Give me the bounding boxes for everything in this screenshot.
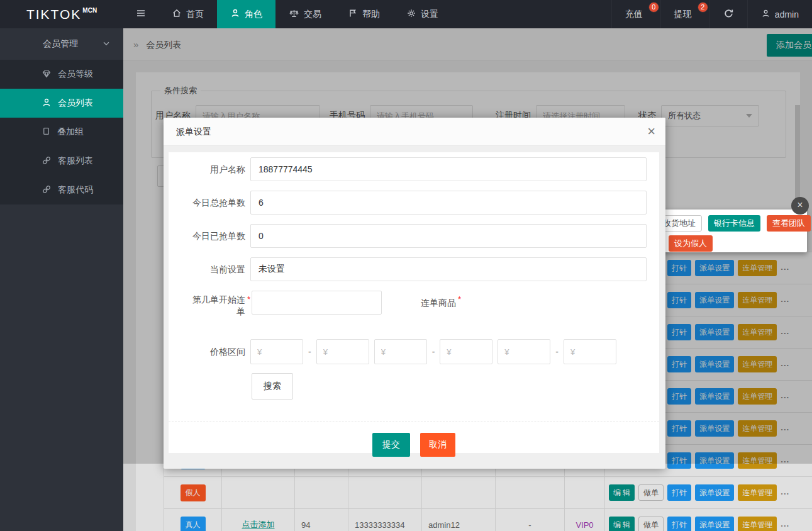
close-icon: ×	[647, 123, 655, 139]
username-label: admin	[775, 9, 799, 20]
chevron-down-icon	[102, 39, 111, 50]
top-navbar: TIKTOK MCN 首页 角色 交易 帮助 设置 充值 0 提现 2	[0, 0, 812, 28]
recharge-button[interactable]: 充值 0	[611, 0, 660, 28]
logo-suffix: MCN	[82, 7, 97, 14]
user-menu[interactable]: admin	[747, 0, 812, 28]
footer-divider	[169, 422, 659, 422]
modal-body: 用户名称 今日总抢单数 今日已抢单数 当前设置 第几单开始连单 * 连单商品 *…	[169, 152, 659, 453]
sidebar: 会员管理 会员等级 会员列表 叠加组 客服列表 客服代码	[0, 28, 123, 531]
chain-start-field-label: 第几单开始连单	[169, 291, 245, 318]
nav-help-label: 帮助	[362, 9, 380, 20]
nav-help[interactable]: 帮助	[335, 0, 393, 28]
bank-card-info-button[interactable]: 银行卡信息	[708, 215, 760, 232]
diamond-icon	[42, 69, 52, 81]
required-asterisk: *	[458, 294, 461, 304]
nav-trade[interactable]: 交易	[275, 0, 335, 28]
taken-orders-field-label: 今日已抢单数	[169, 224, 245, 248]
modal-header: 派单设置 ×	[164, 118, 665, 146]
logo-text: TIKTOK	[26, 7, 81, 22]
link-icon	[42, 184, 52, 196]
price-max-input-1[interactable]	[316, 339, 369, 364]
price-min-input-3[interactable]	[498, 339, 550, 364]
row-actions-popover: 收货地址 银行卡信息 查看团队 设为假人	[652, 210, 807, 252]
withdraw-badge: 2	[698, 2, 708, 13]
sidebar-item-label: 客服列表	[58, 155, 93, 167]
hamburger-icon	[136, 8, 146, 20]
home-icon	[172, 8, 182, 20]
withdraw-label: 提现	[674, 9, 692, 20]
recharge-label: 充值	[625, 9, 643, 20]
sidebar-collapse-button[interactable]	[123, 0, 159, 28]
sidebar-item-overlay-group[interactable]: 叠加组	[0, 118, 123, 147]
price-min-input-2[interactable]	[374, 339, 427, 364]
price-max-input-3[interactable]	[564, 339, 616, 364]
withdraw-button[interactable]: 提现 2	[660, 0, 709, 28]
sidebar-item-label: 客服代码	[58, 184, 93, 196]
price-max-input-2[interactable]	[440, 339, 492, 364]
view-team-button[interactable]: 查看团队	[767, 215, 811, 232]
sidebar-item-label: 会员等级	[58, 69, 93, 80]
cancel-button[interactable]: 取消	[420, 433, 455, 457]
sidebar-item-cs-list[interactable]: 客服列表	[0, 147, 123, 176]
dispatch-settings-modal: 派单设置 × 用户名称 今日总抢单数 今日已抢单数 当前设置 第几单开始连单 *…	[164, 118, 665, 469]
price-min-input-1[interactable]	[250, 339, 303, 364]
sidebar-group-member-management[interactable]: 会员管理	[0, 28, 123, 60]
sidebar-item-label: 叠加组	[57, 126, 84, 138]
sidebar-group-label: 会员管理	[43, 38, 78, 50]
person-icon	[42, 98, 52, 109]
nav-role[interactable]: 角色	[217, 0, 275, 28]
modal-shade-lower	[123, 464, 812, 531]
nav-trade-label: 交易	[304, 9, 321, 20]
sidebar-item-label: 会员列表	[58, 98, 93, 109]
range-dash: -	[432, 339, 435, 364]
modal-close-button[interactable]: ×	[647, 118, 655, 145]
chain-start-field-input[interactable]	[252, 291, 382, 315]
range-dash: -	[555, 339, 559, 364]
user-icon	[761, 9, 770, 20]
sidebar-item-member-level[interactable]: 会员等级	[0, 60, 123, 89]
scales-icon	[289, 8, 299, 20]
modal-title: 派单设置	[164, 118, 665, 146]
range-dash: -	[308, 339, 311, 364]
flag-icon	[348, 8, 358, 20]
set-fake-button[interactable]: 设为假人	[669, 235, 713, 252]
taken-orders-field-input[interactable]	[250, 224, 647, 248]
close-icon: ×	[797, 199, 803, 210]
refresh-button[interactable]	[709, 0, 747, 28]
total-orders-field-input[interactable]	[250, 191, 647, 215]
required-asterisk: *	[247, 294, 250, 304]
person-icon	[230, 8, 240, 20]
gear-icon	[406, 8, 416, 20]
nav-settings[interactable]: 设置	[393, 0, 452, 28]
recharge-badge: 0	[648, 2, 659, 13]
submit-button[interactable]: 提交	[372, 433, 410, 457]
sidebar-item-member-list[interactable]: 会员列表	[0, 89, 123, 118]
total-orders-field-label: 今日总抢单数	[169, 191, 245, 215]
product-search-button[interactable]: 搜索	[252, 373, 293, 400]
price-range-field-label: 价格区间	[169, 339, 245, 364]
chain-product-label: 连单商品	[421, 291, 456, 315]
nav-home-label: 首页	[186, 9, 204, 20]
username-field-input[interactable]	[250, 157, 647, 181]
nav-settings-label: 设置	[421, 9, 438, 20]
username-field-label: 用户名称	[169, 157, 245, 181]
box-icon	[42, 126, 51, 138]
popover-close-button[interactable]: ×	[791, 197, 809, 215]
sidebar-item-cs-code[interactable]: 客服代码	[0, 176, 123, 204]
current-setting-field-label: 当前设置	[169, 257, 245, 281]
link-icon	[42, 155, 52, 167]
app-logo: TIKTOK MCN	[0, 0, 123, 28]
nav-role-label: 角色	[245, 9, 262, 20]
nav-home[interactable]: 首页	[159, 0, 217, 28]
refresh-icon	[723, 8, 734, 21]
current-setting-field-input[interactable]	[250, 257, 647, 281]
